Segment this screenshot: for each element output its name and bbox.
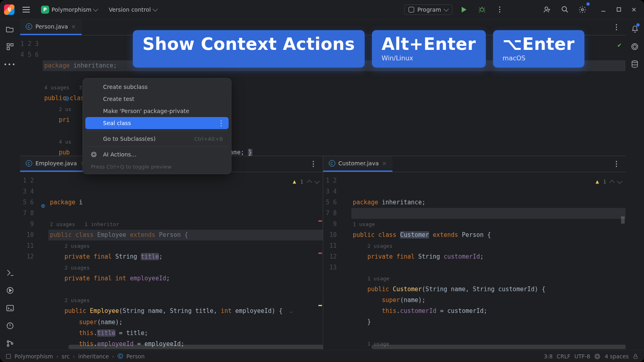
terminal-tool-icon[interactable] — [4, 266, 17, 279]
class-icon: Ⓒ — [118, 353, 123, 360]
error-stripe[interactable] — [620, 172, 625, 350]
prev-problem-icon[interactable] — [307, 180, 312, 185]
gutter-class-icon[interactable]: ◎ — [63, 94, 71, 102]
error-stripe[interactable] — [317, 172, 323, 350]
structure-tool-icon[interactable] — [4, 40, 17, 53]
database-icon[interactable] — [628, 58, 641, 71]
encoding[interactable]: UTF-8 — [574, 353, 590, 360]
crumb[interactable]: inheritance — [78, 353, 109, 360]
problems-tool-icon[interactable] — [4, 319, 17, 332]
run-config-selector[interactable]: Program — [404, 4, 452, 15]
tab-more-icon[interactable] — [308, 158, 320, 170]
tab-more-icon[interactable] — [610, 158, 622, 170]
left-toolbar: ••• — [0, 19, 20, 350]
run-button[interactable] — [458, 4, 470, 16]
tab-close-icon[interactable]: × — [382, 160, 387, 167]
reader-mode-icon[interactable] — [594, 353, 601, 360]
gutter-class-icon[interactable]: ◎ — [38, 200, 48, 211]
svg-rect-7 — [7, 47, 9, 50]
notifications-icon[interactable] — [628, 23, 641, 35]
pane-employee: C Employee.java × 1 2 3 4 5 6 7 8 9 10 1… — [20, 156, 323, 350]
console-tool-icon[interactable] — [4, 302, 17, 315]
ai-icon[interactable] — [628, 40, 641, 53]
ctx-make-package-private[interactable]: Make 'Person' package-private — [83, 105, 231, 117]
prev-problem-icon[interactable] — [609, 180, 615, 185]
project-selector[interactable]: P Polymorphism — [38, 4, 101, 15]
svg-point-21 — [595, 354, 600, 359]
class-icon: C — [26, 23, 32, 30]
code-with-me-icon[interactable] — [541, 4, 553, 16]
gutter: 1 2 3 4 5 6 7 8 9 10 11 12 — [20, 172, 38, 350]
search-icon[interactable] — [559, 4, 571, 16]
titlebar: IJ P Polymorphism Version control Progra… — [0, 0, 644, 19]
tab-label: Person.java — [35, 23, 68, 30]
notification-dot — [636, 23, 640, 27]
tab-employee[interactable]: C Employee.java × — [20, 156, 91, 172]
run-config-icon — [409, 7, 414, 12]
tab-label: Customer.java — [339, 160, 379, 167]
submenu-more-icon[interactable] — [217, 119, 225, 127]
ctx-create-subclass[interactable]: Create subclass — [83, 81, 231, 93]
vcs-menu[interactable]: Version control — [109, 6, 157, 13]
more-tool-icon[interactable]: ••• — [4, 58, 17, 71]
svg-point-0 — [480, 8, 484, 11]
svg-point-18 — [91, 152, 96, 157]
horizontal-scrollbar[interactable] — [372, 345, 610, 349]
project-name: Polymorphism — [52, 6, 91, 13]
shortcut-banners: Show Context Actions Alt+Enter Win/Linux… — [133, 30, 584, 68]
caret-position[interactable]: 3:8 — [544, 353, 553, 360]
code-area-customer[interactable]: package inheritance; 1 usage public clas… — [351, 172, 626, 350]
run-tool-icon[interactable] — [4, 284, 17, 297]
hamburger-icon[interactable] — [20, 4, 32, 16]
svg-point-17 — [93, 153, 95, 156]
vcs-label: Version control — [109, 6, 151, 13]
indent[interactable]: 4 spaces — [605, 353, 629, 360]
more-icon[interactable] — [493, 4, 506, 16]
svg-rect-6 — [10, 44, 13, 46]
warning-count: 1 — [603, 176, 606, 187]
ctx-seal-class[interactable]: Seal class — [85, 117, 229, 129]
tab-person[interactable]: C Person.java × — [20, 19, 82, 35]
settings-icon[interactable] — [576, 4, 588, 16]
svg-point-12 — [7, 345, 8, 346]
tab-more-icon[interactable] — [610, 21, 622, 33]
git-tool-icon[interactable] — [4, 337, 17, 350]
code-area-employee[interactable]: package i 2 usages 1 inheritor public cl… — [48, 172, 323, 350]
tab-close-icon[interactable]: × — [71, 23, 76, 30]
warning-icon: ▲ — [293, 176, 296, 187]
crumb[interactable]: Person — [126, 353, 144, 360]
window-close[interactable] — [628, 4, 640, 16]
project-badge: P — [41, 6, 49, 14]
ctx-create-test[interactable]: Create test — [83, 93, 231, 105]
crumb[interactable]: src — [62, 353, 70, 360]
settings-update-dot — [586, 2, 590, 6]
class-icon: C — [329, 160, 335, 167]
gutter: 1 2 3 4 5 6 7 8 9 10 11 12 13 — [323, 172, 341, 350]
svg-point-16 — [632, 61, 638, 63]
class-icon: C — [26, 160, 32, 167]
banner-macos: ⌥Enter macOS — [493, 30, 584, 68]
window-maximize[interactable] — [613, 4, 625, 16]
inspection-widget[interactable]: ▲ 1 — [596, 176, 621, 187]
tab-customer[interactable]: C Customer.java × — [323, 156, 392, 172]
crumb[interactable]: Polymorphism — [14, 353, 53, 360]
ctx-hint: Press Ctrl+Q to toggle preview — [83, 160, 231, 171]
inspection-widget[interactable]: ✔ — [617, 39, 621, 50]
ctx-goto-subclasses[interactable]: Go to Subclass(es)Ctrl+Alt+B — [83, 133, 231, 145]
project-tool-icon[interactable] — [4, 23, 17, 35]
chevron-down-icon — [153, 6, 158, 12]
horizontal-scrollbar[interactable] — [68, 345, 307, 349]
ai-icon — [90, 151, 97, 158]
svg-rect-22 — [634, 356, 637, 358]
svg-rect-5 — [7, 44, 9, 46]
ide-logo: IJ — [4, 4, 14, 15]
svg-rect-9 — [6, 305, 13, 311]
ctx-ai-actions[interactable]: AI Actions… — [83, 148, 231, 160]
window-minimize[interactable] — [597, 4, 609, 16]
line-ending[interactable]: CRLF — [557, 353, 570, 360]
breadcrumb[interactable]: Polymorphism› src› inheritance› Ⓒ Person — [6, 353, 144, 360]
lock-icon[interactable] — [633, 354, 638, 359]
inspection-widget[interactable]: ▲ 1 — [293, 176, 318, 187]
debug-button[interactable] — [476, 4, 488, 16]
svg-point-2 — [562, 6, 566, 11]
